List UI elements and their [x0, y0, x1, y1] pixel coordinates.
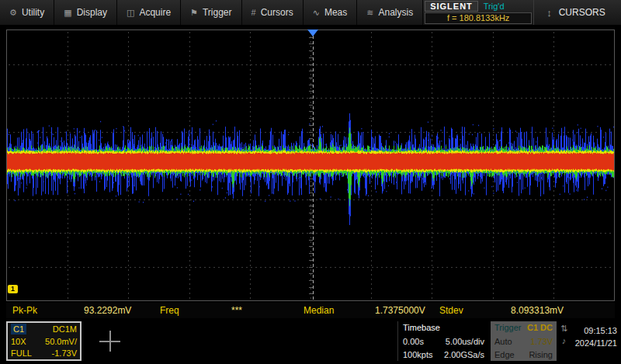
measurement-pkpk[interactable]: Pk-Pk 93.2292mV — [12, 305, 160, 316]
channel-scale: 50.0mV/ — [45, 336, 77, 347]
crosshair-icon — [99, 331, 120, 352]
sound-icon: ♪ — [562, 337, 567, 345]
cursors-grid-icon: # — [252, 8, 256, 17]
measurement-label: Pk-Pk — [12, 305, 84, 316]
measurement-value: 1.7375000V — [375, 305, 425, 316]
measurement-bar: Pk-Pk 93.2292mV Freq *** Median 1.737500… — [6, 303, 615, 318]
menu-trigger-label: Trigger — [203, 7, 232, 18]
trigger-panel[interactable]: Trigger C1 DC Auto 1.73V Edge Rising — [491, 321, 557, 361]
acquire-icon: ◫ — [127, 8, 134, 18]
frequency-counter-readout: f = 180.8133kHz — [425, 12, 532, 24]
display-icon: ▦ — [64, 8, 71, 18]
status-bar: C1 DC1M 10X 50.0mV/ FULL -1.73V Timebase… — [0, 320, 621, 364]
trigger-type: Edge — [494, 349, 515, 360]
trigger-level: 1.73V — [530, 336, 553, 347]
menu-display-label: Display — [77, 7, 107, 18]
timebase-title: Timebase — [403, 322, 440, 333]
channel1-offset-marker[interactable]: 1 — [8, 285, 18, 293]
measurement-median[interactable]: Median 1.7375000V — [304, 305, 439, 316]
menu-meas-label: Meas — [324, 7, 347, 18]
menu-bar: ⚙ Utility ▦ Display ◫ Acquire ⚑ Trigger … — [0, 0, 621, 25]
menu-item-utility[interactable]: ⚙ Utility — [0, 0, 54, 25]
cursors-panel-label: CURSORS — [559, 7, 605, 18]
trigger-slope: Rising — [529, 349, 553, 360]
timebase-samplerate: 2.00GSa/s — [444, 349, 484, 360]
channel-coupling: DC1M — [53, 324, 77, 335]
utility-icon: ⚙ — [9, 8, 17, 18]
trigger-flag-icon: ⚑ — [190, 8, 198, 18]
brand-logo: SIGLENT — [425, 1, 478, 12]
status-icons: ⇅ ♪ — [560, 324, 567, 345]
measurement-stdev[interactable]: Stdev 8.093313mV — [439, 305, 615, 316]
trigger-position-marker[interactable] — [307, 29, 318, 36]
menu-item-cursors[interactable]: # Cursors — [242, 0, 304, 25]
cursors-panel-button[interactable]: ↕ CURSORS — [533, 0, 621, 25]
waveform-display-area[interactable]: 1 — [6, 29, 615, 301]
menu-item-meas[interactable]: ∿ Meas — [304, 0, 358, 25]
trigger-status-badge: Trig'd — [484, 2, 505, 11]
trigger-mode: Auto — [494, 336, 512, 347]
cursors-arrows-icon: ↕ — [546, 7, 552, 19]
measurement-label: Median — [304, 305, 375, 316]
menu-item-display[interactable]: ▦ Display — [54, 0, 117, 25]
measurement-value: 8.093313mV — [511, 305, 564, 316]
oscilloscope-screen: ⚙ Utility ▦ Display ◫ Acquire ⚑ Trigger … — [0, 0, 621, 364]
channel-name-badge: C1 — [11, 324, 26, 335]
timebase-delay: 0.00s — [403, 336, 424, 347]
timebase-points: 100kpts — [403, 349, 433, 360]
clock-date: 2024/11/21 — [575, 337, 617, 349]
channel-bandwidth: FULL — [11, 348, 32, 359]
menu-item-trigger[interactable]: ⚑ Trigger — [181, 0, 241, 25]
menu-cursors-label: Cursors — [261, 7, 293, 18]
waveform-canvas[interactable] — [7, 30, 614, 300]
arrows-updown-icon: ⇅ — [560, 324, 567, 333]
brand-status-block: SIGLENT Trig'd f = 180.8133kHz — [423, 0, 533, 25]
clock-block: 09:15:13 2024/11/21 — [575, 324, 617, 349]
meas-icon: ∿ — [313, 8, 320, 18]
channel1-panel[interactable]: C1 DC1M 10X 50.0mV/ FULL -1.73V — [6, 321, 82, 361]
measurement-value: *** — [231, 305, 242, 316]
channel-offset: -1.73V — [52, 348, 77, 359]
menu-acquire-label: Acquire — [139, 7, 171, 18]
measurement-label: Freq — [160, 305, 231, 316]
menu-item-analysis[interactable]: ≋ Analysis — [357, 0, 423, 25]
menu-analysis-label: Analysis — [378, 7, 413, 18]
analysis-icon: ≋ — [366, 8, 373, 18]
timebase-scale: 5.00us/div — [446, 336, 484, 347]
measurement-label: Stdev — [439, 305, 511, 316]
measurement-value: 93.2292mV — [84, 305, 131, 316]
menu-utility-label: Utility — [22, 7, 44, 18]
trigger-source: C1 DC — [527, 322, 553, 333]
menu-item-acquire[interactable]: ◫ Acquire — [117, 0, 181, 25]
timebase-panel[interactable]: Timebase 0.00s 5.00us/div 100kpts 2.00GS… — [397, 321, 489, 361]
channel-probe: 10X — [11, 336, 26, 347]
trigger-title: Trigger — [494, 322, 521, 333]
clock-time: 09:15:13 — [575, 324, 617, 337]
measurement-freq[interactable]: Freq *** — [160, 305, 304, 316]
